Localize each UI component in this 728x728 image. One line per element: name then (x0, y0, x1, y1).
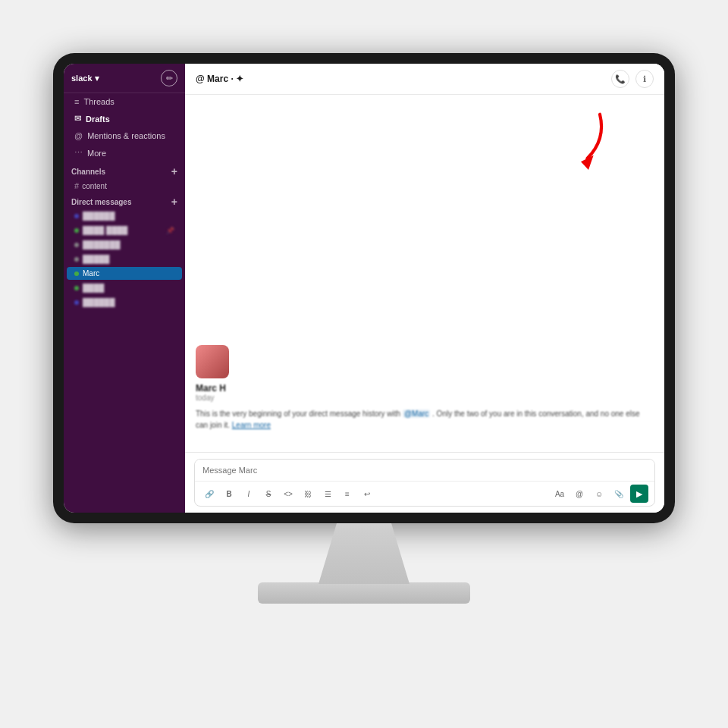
toolbar-mention-btn[interactable]: @ (571, 485, 588, 502)
status-dot-1 (74, 214, 79, 218)
channel-header: @ Marc · ✦ 📞 ℹ (185, 64, 664, 95)
add-channel-icon[interactable]: + (171, 166, 177, 177)
status-dot-2 (74, 228, 79, 233)
mentions-icon: @ (74, 131, 83, 140)
toolbar-italic-btn[interactable]: I (240, 485, 257, 502)
sidebar-item-mentions[interactable]: @ Mentions & reactions (67, 128, 182, 143)
add-dm-icon[interactable]: + (171, 196, 177, 207)
message-area: Marc H today This is the very beginning … (185, 95, 664, 452)
toolbar-undo-btn[interactable]: ↩ (359, 485, 375, 502)
dm-section-header: Direct messages + (64, 193, 185, 209)
channel-name-content: content (82, 182, 107, 190)
dm-item-5[interactable]: ████ (67, 281, 182, 294)
status-dot-6 (74, 300, 79, 305)
header-actions: 📞 ℹ (611, 70, 654, 88)
dm-item-4[interactable]: █████ (67, 253, 182, 265)
dm-name-marc: Marc (83, 269, 99, 278)
main-content: @ Marc · ✦ 📞 ℹ (185, 64, 664, 513)
toolbar-aa-btn[interactable]: Aa (551, 485, 568, 502)
channel-item-content[interactable]: # content (67, 179, 182, 193)
message-input[interactable] (195, 460, 654, 481)
message-toolbar: 🔗 B I S <> ⛓ ☰ ≡ ↩ Aa @ (195, 481, 654, 506)
monitor-stand-neck (318, 523, 410, 584)
compose-icon[interactable]: ✏ (161, 70, 177, 86)
info-icon: ℹ (643, 74, 646, 84)
toolbar-right: Aa @ ☺ 📎 ▶ (551, 485, 648, 503)
monitor-screen-border: slack ▾ ✏ ≡ Threads ✉ Drafts @ Mentions … (53, 53, 675, 523)
sidebar-item-drafts[interactable]: ✉ Drafts (67, 111, 182, 127)
channels-label: Channels (71, 168, 105, 176)
sidebar-item-threads-label: Threads (83, 97, 114, 106)
info-button[interactable]: ℹ (635, 70, 654, 88)
toolbar-format-btn[interactable]: 🔗 (201, 485, 218, 502)
dm-item-2[interactable]: ████ ████ 📌 (67, 224, 182, 237)
monitor-stand-base (258, 582, 470, 604)
toolbar-list-ul-btn[interactable]: ≡ (339, 485, 356, 502)
dm-label: Direct messages (71, 198, 132, 206)
phone-button[interactable]: 📞 (611, 70, 629, 88)
user-avatar (196, 345, 229, 378)
dm-item-3[interactable]: ███████ (67, 238, 182, 251)
dm-name-6: ██████ (83, 298, 115, 306)
channels-section-header: Channels + (64, 162, 185, 178)
channel-title: @ Marc · ✦ (196, 74, 243, 84)
toolbar-bold-btn[interactable]: B (221, 485, 237, 502)
more-icon: ⋯ (74, 148, 83, 158)
toolbar-attach-btn[interactable]: 📎 (610, 485, 627, 502)
dm-name-5: ████ (83, 284, 104, 292)
dm-name-3: ███████ (83, 240, 121, 249)
sidebar-item-mentions-label: Mentions & reactions (87, 131, 165, 140)
threads-icon: ≡ (74, 97, 79, 106)
dm-item-6[interactable]: ██████ (67, 296, 182, 309)
sidebar-item-threads[interactable]: ≡ Threads (67, 94, 182, 109)
workspace-name[interactable]: slack ▾ (71, 74, 99, 83)
toolbar-strike-btn[interactable]: S (260, 485, 277, 502)
message-input-area: 🔗 B I S <> ⛓ ☰ ≡ ↩ Aa @ (185, 452, 664, 513)
sidebar-item-more[interactable]: ⋯ More (67, 145, 182, 161)
status-dot-3 (74, 243, 79, 247)
sidebar: slack ▾ ✏ ≡ Threads ✉ Drafts @ Mentions … (64, 64, 185, 513)
toolbar-link-btn[interactable]: ⛓ (300, 485, 316, 502)
dm-name-4: █████ (83, 255, 109, 263)
phone-icon: 📞 (615, 74, 626, 84)
drafts-icon: ✉ (74, 114, 81, 124)
status-dot-4 (74, 257, 79, 262)
intro-mention: @Marc (403, 410, 430, 418)
intro-text-before: This is the very beginning of your direc… (196, 410, 400, 418)
intro-text: This is the very beginning of your direc… (196, 408, 654, 431)
sidebar-item-more-label: More (87, 149, 106, 158)
send-button[interactable]: ▶ (630, 485, 648, 503)
toolbar-emoji-btn[interactable]: ☺ (591, 485, 607, 502)
learn-more-link[interactable]: Learn more (232, 421, 271, 429)
monitor: slack ▾ ✏ ≡ Threads ✉ Drafts @ Mentions … (53, 53, 675, 675)
status-dot-5 (74, 286, 79, 290)
dm-name-1: ██████ (83, 212, 115, 220)
channel-hash-icon: # (74, 181, 79, 190)
monitor-screen: slack ▾ ✏ ≡ Threads ✉ Drafts @ Mentions … (64, 64, 664, 513)
sidebar-item-drafts-label: Drafts (86, 115, 110, 124)
user-intro: Marc H today This is the very beginning … (196, 345, 654, 431)
toolbar-code-btn[interactable]: <> (280, 485, 297, 502)
toolbar-list-ol-btn[interactable]: ☰ (319, 485, 336, 502)
dm-name-2: ████ ████ (83, 226, 127, 234)
user-intro-name: Marc H (196, 383, 226, 394)
status-dot-marc (74, 271, 79, 276)
message-input-box: 🔗 B I S <> ⛓ ☰ ≡ ↩ Aa @ (194, 459, 655, 507)
dm-pin-icon: 📌 (166, 227, 174, 234)
dm-item-1[interactable]: ██████ (67, 209, 182, 222)
user-intro-sub: today (196, 394, 214, 402)
sidebar-header: slack ▾ ✏ (64, 64, 185, 93)
dm-item-marc[interactable]: Marc (67, 267, 182, 280)
